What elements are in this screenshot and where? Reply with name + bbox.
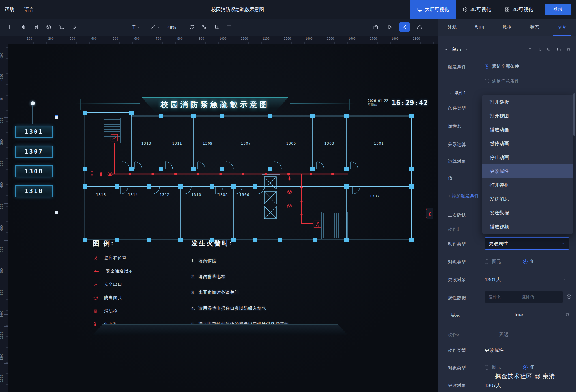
add-trigger-condition-button[interactable]: + 添加触发条件 — [448, 193, 479, 199]
selection-handle[interactable] — [55, 115, 58, 119]
line-tool-button[interactable] — [151, 25, 160, 30]
radio-any-condition[interactable]: 满足任意条件 — [485, 78, 519, 84]
radio-all-conditions[interactable]: 满足全部条件 — [485, 64, 519, 70]
change-object-select-2[interactable]: 1307人 — [485, 382, 501, 389]
room-button-1301[interactable]: 1301 — [15, 126, 53, 138]
action-type-label: 动作类型 — [448, 241, 466, 247]
condition-1-header[interactable]: →条件1 — [448, 90, 466, 96]
preview-button[interactable] — [387, 24, 393, 30]
crop-button[interactable] — [214, 25, 219, 30]
layout-button[interactable] — [226, 25, 232, 30]
save-icon — [20, 24, 25, 30]
share-button[interactable] — [399, 22, 410, 32]
room-button-1307[interactable]: 1307 — [15, 146, 53, 158]
help-menu[interactable]: 帮助 — [5, 0, 14, 19]
room-labels: 1313 1311 1309 1307 1305 1303 1301 1316 … — [96, 141, 384, 198]
design-canvas[interactable]: 校园消防紧急疏散示意图 2026-01-22 星期四 16:29:42 1301… — [8, 44, 438, 392]
action-type-label-2: 动作类型 — [448, 348, 466, 354]
radio-object-primitive-2[interactable]: 图元 — [485, 365, 501, 371]
change-object-select[interactable]: 1301人 — [485, 276, 501, 283]
viz-3d-button[interactable]: 3D可视化 — [456, 0, 498, 19]
viz-2d-button[interactable]: 2D可视化 — [498, 0, 540, 19]
chevron-down-icon[interactable] — [465, 48, 468, 51]
tab-data[interactable]: 数据 — [493, 19, 521, 36]
dropdown-item-open-link[interactable]: 打开链接 — [482, 95, 573, 109]
panel-scrollbar-thumb[interactable] — [573, 93, 575, 136]
fire-extinguisher-icon — [93, 322, 98, 327]
dropdown-item-play-animation[interactable]: 播放动画 — [482, 123, 573, 137]
tab-interaction[interactable]: 交互 — [549, 19, 576, 36]
plus-icon — [7, 24, 12, 30]
panel-collapse-handle[interactable]: ❮ — [426, 208, 433, 219]
action-type-value-2[interactable]: 更改属性 — [485, 347, 504, 354]
tab-animation[interactable]: 动画 — [466, 19, 493, 36]
event-type-select[interactable]: 单击 — [452, 46, 461, 53]
banner-bracket-left — [80, 99, 84, 110]
language-menu[interactable]: 语言 — [24, 0, 34, 19]
radio-icon[interactable] — [485, 79, 489, 83]
page-settings-button[interactable] — [33, 24, 38, 30]
copy-icon[interactable] — [556, 47, 561, 52]
fit-view-button[interactable] — [201, 25, 207, 30]
radio-icon[interactable] — [485, 365, 489, 370]
gas-mask-icon — [287, 190, 292, 194]
delete-attr-icon[interactable] — [565, 312, 570, 317]
connector-tool-button[interactable] — [59, 24, 65, 30]
room-label: 1306 — [239, 193, 249, 197]
login-button[interactable]: 登录 — [545, 4, 571, 15]
save-button[interactable] — [20, 24, 25, 30]
room-button-1308[interactable]: 1308 — [15, 165, 53, 177]
dropdown-item-send-message[interactable]: 发送消息 — [482, 192, 573, 206]
room-button-1310[interactable]: 1310 — [15, 185, 53, 197]
attr-data-label: 属性数据 — [448, 295, 466, 301]
ruler-tick-label: 1200 — [262, 37, 270, 40]
zoom-control[interactable]: 48% — [167, 25, 181, 30]
move-down-icon[interactable] — [537, 47, 542, 52]
text-tool-button[interactable]: T — [132, 24, 140, 30]
tab-appearance[interactable]: 外观 — [438, 19, 466, 36]
project-title: 校园消防紧急疏散示意图 — [181, 0, 294, 19]
object-type-label: 对象类型 — [448, 259, 466, 265]
attr-name-input[interactable] — [488, 295, 514, 300]
component-library-button[interactable] — [46, 24, 51, 30]
action-type-select[interactable]: 更改属性 — [485, 237, 569, 250]
eraser-tool-button[interactable] — [72, 24, 78, 30]
dropdown-item-send-data[interactable]: 发送数据 — [482, 206, 573, 220]
legend-item: 您所在位置 — [93, 251, 186, 264]
dropdown-item-open-view[interactable]: 打开视图 — [482, 109, 573, 123]
add-attr-icon[interactable] — [566, 294, 572, 300]
selection-handle[interactable] — [55, 211, 58, 214]
dropdown-item-open-popup[interactable]: 打开弹框 — [482, 178, 573, 192]
dropdown-item-change-attribute[interactable]: 更改属性 — [482, 164, 573, 178]
action-2-label: 动作2 — [448, 332, 459, 338]
dropdown-item-play-video[interactable]: 播放视频 — [482, 220, 573, 234]
collapse-chevron-icon[interactable] — [444, 47, 448, 52]
radio-icon[interactable] — [485, 64, 489, 69]
add-element-button[interactable] — [7, 24, 12, 30]
dropdown-item-pause-animation[interactable]: 暂停动画 — [482, 137, 573, 150]
room-label: 1310 — [191, 193, 201, 197]
dropdown-item-stop-animation[interactable]: 停止动画 — [482, 150, 573, 164]
chevron-down-icon[interactable] — [563, 277, 568, 282]
export-button[interactable] — [373, 24, 379, 30]
runner-icon — [93, 255, 98, 261]
radio-icon[interactable] — [523, 365, 528, 370]
radio-object-primitive[interactable]: 图元 — [485, 259, 501, 265]
banner-decor-right — [290, 103, 355, 104]
radio-object-group[interactable]: 组 — [523, 259, 535, 265]
radio-icon[interactable] — [485, 259, 489, 264]
move-up-icon[interactable] — [528, 47, 532, 52]
cloud-button[interactable] — [416, 24, 422, 30]
big-screen-viz-button[interactable]: 大屏可视化 — [410, 0, 456, 19]
attr-data-inputs — [485, 291, 563, 303]
duplicate-icon[interactable] — [547, 47, 552, 52]
tab-state[interactable]: 状态 — [521, 19, 548, 36]
radio-object-group-2[interactable]: 组 — [523, 365, 535, 371]
ruler-tick-label: 1400 — [305, 37, 313, 40]
radio-icon[interactable] — [523, 259, 528, 264]
refresh-button[interactable] — [189, 25, 194, 30]
attr-value-input[interactable] — [522, 295, 548, 300]
ruler-tick-label: 0 — [0, 93, 3, 105]
legend-item: 安全出口 — [93, 278, 186, 291]
delete-icon[interactable] — [566, 47, 571, 52]
